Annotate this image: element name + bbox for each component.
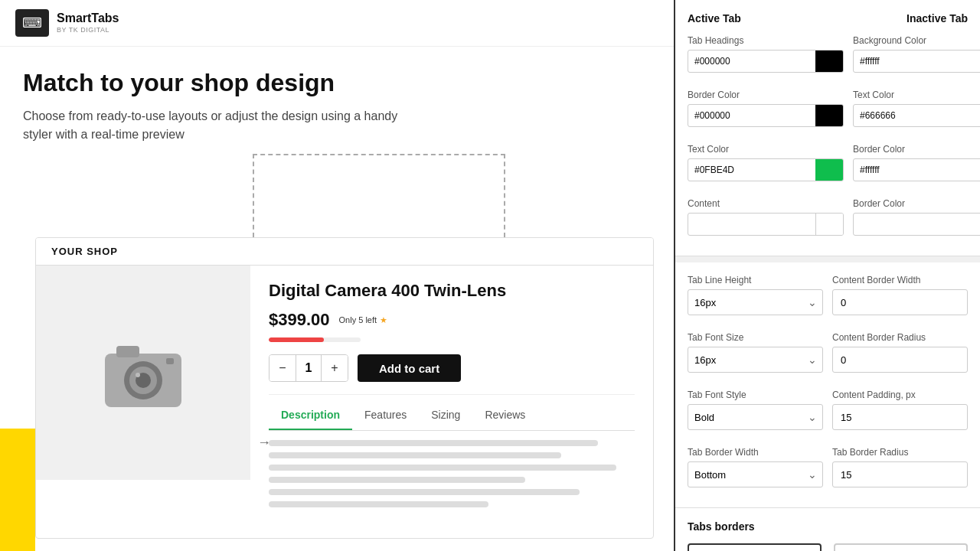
active-tab-section-title: Active Tab (688, 12, 741, 24)
yellow-accent-bar (0, 429, 35, 551)
stock-bar (269, 337, 361, 342)
add-to-cart-button[interactable]: Add to cart (358, 354, 461, 382)
active-border-color-group: Border Color (688, 90, 844, 127)
tab-border-width-select[interactable]: Bottom All None (688, 461, 823, 487)
tab-color-settings: Active Tab Inactive Tab Tab Headings Bac… (675, 0, 980, 256)
tab-font-style-select[interactable]: Bold Normal Italic (688, 404, 823, 430)
inactive-border-color2-label: Border Color (853, 198, 980, 209)
section-header-row: Active Tab Inactive Tab (688, 12, 968, 24)
content-line-1 (269, 440, 598, 446)
content-border-radius-label: Content Border Radius (832, 332, 968, 343)
content-border-radius-input[interactable] (832, 347, 968, 373)
active-border-color-label: Border Color (688, 90, 844, 100)
svg-rect-6 (166, 358, 174, 364)
content-padding-input[interactable] (832, 404, 968, 430)
price: $399.00 (269, 310, 330, 330)
inactive-text-color-input[interactable] (854, 110, 980, 121)
tab-reviews[interactable]: Reviews (472, 401, 537, 430)
stock-fill (269, 337, 324, 342)
layout-settings-section: Tab Line Height 16px 18px 20px Content B… (675, 262, 980, 508)
content-border-width-group: Content Border Width (832, 275, 968, 315)
tab-description[interactable]: Description (269, 401, 352, 430)
inactive-border-color-input[interactable] (854, 165, 980, 175)
active-content-group: Content (688, 198, 844, 236)
tab-border-width-label: Tab Border Width (688, 447, 823, 458)
inactive-tab-bg-input-row[interactable] (853, 50, 980, 73)
qty-value: 1 (296, 355, 322, 381)
inactive-text-color-input-row[interactable] (853, 104, 980, 127)
tab-font-size-group: Tab Font Size 16px 14px 18px (688, 332, 823, 373)
stock-star-icon: ★ (380, 315, 387, 325)
tab-line-height-select[interactable]: 16px 18px 20px (688, 289, 823, 315)
active-content-input[interactable] (688, 219, 815, 230)
active-border-color-swatch[interactable] (815, 104, 843, 127)
camera-svg-icon (93, 331, 193, 415)
content-border-radius-group: Content Border Radius (832, 332, 968, 373)
border-previews: ✓ ✓ Active tab | | Inactive tab ✓ (688, 543, 968, 551)
active-tab-headings-label: Tab Headings (688, 35, 844, 46)
active-tab-headings-swatch[interactable] (815, 50, 843, 73)
tab-line-height-group: Tab Line Height 16px 18px 20px (688, 275, 823, 315)
product-tabs-row: Description Features Sizing Reviews (269, 401, 635, 431)
tab-border-radius-group: Tab Border Radius (832, 447, 968, 487)
hero-desc: Choose from ready-to-use layouts or adju… (23, 107, 421, 144)
inactive-border-color2-group: Border Color (853, 198, 980, 236)
inactive-tab-border-preview[interactable]: | | Inactive tab ✓ (834, 543, 968, 551)
inactive-border-color-label: Border Color (853, 144, 980, 155)
tab-font-style-wrapper[interactable]: Bold Normal Italic (688, 404, 823, 430)
tab-border-width-wrapper[interactable]: Bottom All None (688, 461, 823, 487)
active-border-color-input-row[interactable] (688, 104, 844, 127)
inactive-border-color-input-row[interactable] (853, 158, 980, 181)
product-details: Digital Camera 400 Twin-Lens $399.00 Onl… (250, 266, 653, 538)
shop-header: YOUR SHOP (36, 238, 653, 266)
active-tab-headings-input-row[interactable] (688, 50, 844, 73)
tab-font-size-wrapper[interactable]: 16px 14px 18px (688, 347, 823, 373)
tab-border-radius-input[interactable] (832, 461, 968, 487)
content-padding-group: Content Padding, px (832, 390, 968, 430)
svg-rect-1 (116, 346, 139, 357)
qty-decrease-button[interactable]: − (270, 355, 296, 381)
active-tab-border-preview[interactable]: ✓ ✓ Active tab (688, 543, 822, 551)
active-text-color-input-row[interactable] (688, 158, 844, 181)
stock-badge: Only 5 left ★ (339, 315, 388, 325)
inactive-border-color2-input-row[interactable] (853, 213, 980, 236)
tab-sizing[interactable]: Sizing (419, 401, 472, 430)
brand-sub: BY TK DIGITAL (57, 26, 119, 34)
active-tab-headings-input[interactable] (688, 56, 815, 67)
active-text-color-input[interactable] (688, 165, 815, 175)
active-content-swatch[interactable] (815, 213, 843, 236)
inactive-border-color-group: Border Color (853, 144, 980, 181)
inactive-border-color2-input[interactable] (854, 219, 980, 230)
active-tab-headings-group: Tab Headings (688, 35, 844, 73)
tab-font-size-label: Tab Font Size (688, 332, 823, 343)
tab-font-size-select[interactable]: 16px 14px 18px (688, 347, 823, 373)
product-image-area (36, 266, 250, 480)
active-border-color-input[interactable] (688, 110, 815, 121)
content-line-5 (269, 489, 580, 495)
brand-name: SmartTabs (57, 12, 119, 24)
active-content-input-row[interactable] (688, 213, 844, 236)
active-text-color-swatch[interactable] (815, 158, 843, 181)
product-title: Digital Camera 400 Twin-Lens (269, 281, 635, 301)
hero-section: Match to your shop design Choose from re… (0, 47, 674, 159)
active-text-color-group: Text Color (688, 144, 844, 181)
qty-increase-button[interactable]: + (322, 355, 348, 381)
active-text-color-label: Text Color (688, 144, 844, 155)
content-line-3 (269, 465, 616, 471)
tab-font-style-group: Tab Font Style Bold Normal Italic (688, 390, 823, 430)
shop-card: YOUR SHOP Digital Camera 400 Twin-Lens (35, 237, 654, 539)
inactive-tab-section-title: Inactive Tab (906, 12, 968, 24)
active-content-label: Content (688, 198, 844, 209)
brand-text: SmartTabs BY TK DIGITAL (57, 12, 119, 34)
inactive-tab-bg-input[interactable] (854, 56, 980, 67)
tab-border-radius-label: Tab Border Radius (832, 447, 968, 458)
tab-features[interactable]: Features (352, 401, 419, 430)
right-panel: Active Tab Inactive Tab Tab Headings Bac… (674, 0, 980, 551)
inactive-text-color-label: Text Color (853, 90, 980, 100)
tabs-borders-title: Tabs borders (688, 520, 968, 533)
content-border-width-input[interactable] (832, 289, 968, 315)
tab-line-height-wrapper[interactable]: 16px 18px 20px (688, 289, 823, 315)
inactive-tab-bg-label: Background Color (853, 35, 980, 46)
qty-row: − 1 + Add to cart (269, 354, 635, 382)
svg-point-5 (136, 373, 140, 377)
